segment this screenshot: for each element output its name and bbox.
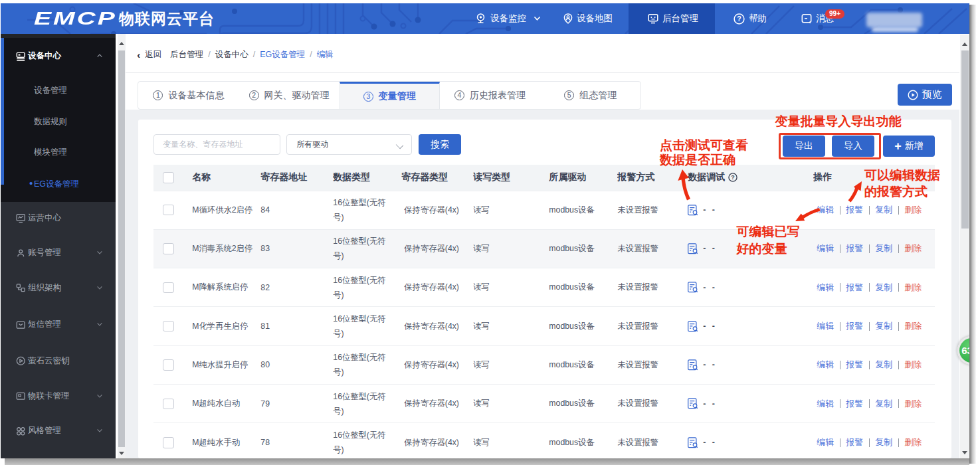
svg-text:?: ?	[732, 174, 735, 181]
svg-text:?: ?	[737, 15, 741, 23]
